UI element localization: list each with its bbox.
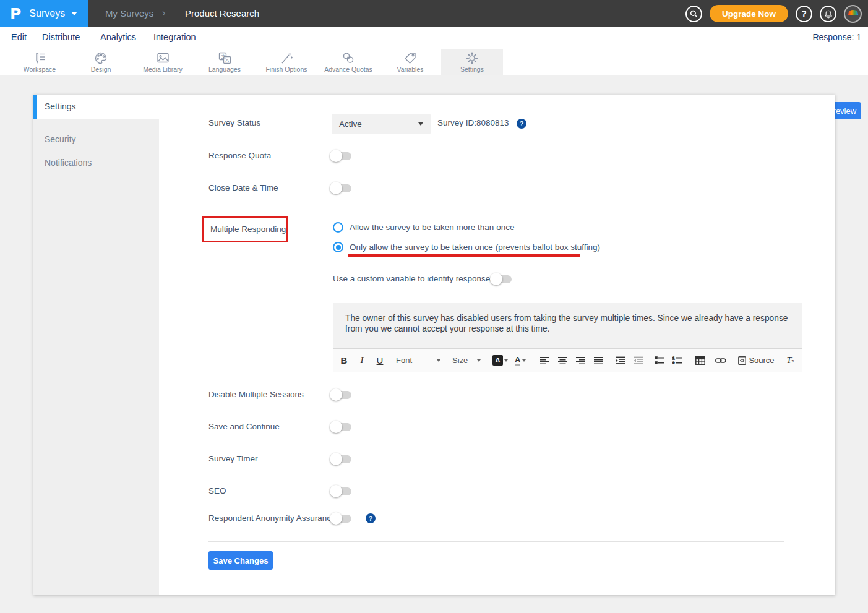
multiple-responding-message[interactable]: The owner of this survey has disabled us… (333, 303, 802, 348)
toolbar-item-advance-quotas[interactable]: Advance Quotas (317, 49, 379, 75)
help-button[interactable]: ? (796, 6, 812, 22)
align-justify-button[interactable] (593, 353, 604, 369)
font-dropdown[interactable]: Font (396, 356, 440, 365)
align-right-icon (576, 356, 585, 364)
seo-label: SEO (208, 486, 226, 495)
sidebar-item-settings[interactable]: Settings (33, 95, 159, 119)
background-color-button[interactable]: A (492, 353, 508, 369)
breadcrumb-separator: › (162, 0, 165, 27)
custom-variable-toggle[interactable] (492, 275, 512, 283)
source-button[interactable]: Source (738, 356, 774, 365)
seo-toggle[interactable] (332, 487, 351, 495)
questionpro-logo-icon: P (10, 5, 21, 23)
survey-id-label: Survey ID: (437, 118, 476, 127)
size-dropdown[interactable]: Size (452, 356, 481, 365)
save-and-continue-label: Save and Continue (208, 422, 280, 431)
tab-analytics[interactable]: Analytics (100, 27, 136, 49)
user-avatar[interactable] (844, 5, 862, 23)
toolbar-item-settings[interactable]: Settings (441, 49, 503, 75)
align-left-button[interactable] (539, 353, 550, 369)
outdent-button[interactable] (632, 353, 643, 369)
upgrade-now-button[interactable]: Upgrade Now (710, 5, 788, 22)
app-logo-menu[interactable]: P Surveys (0, 0, 88, 27)
save-and-continue-toggle[interactable] (332, 423, 351, 431)
respondent-anonymity-help-icon[interactable]: ? (366, 513, 376, 523)
source-file-icon (738, 356, 746, 365)
align-center-button[interactable] (557, 353, 568, 369)
toolbar-item-design[interactable]: Design (70, 49, 132, 75)
save-changes-button[interactable]: Save Changes (208, 551, 273, 570)
settings-sidebar: Security Notifications (33, 119, 159, 595)
bold-button[interactable]: B (338, 353, 350, 369)
disable-multiple-sessions-toggle[interactable] (332, 391, 351, 399)
bulleted-list-icon (655, 356, 664, 364)
underline-button[interactable]: U (374, 353, 385, 369)
toolbar-item-finish-options[interactable]: Finish Options (256, 49, 317, 75)
workspace-icon (32, 51, 47, 65)
languages-icon: 文A (217, 51, 232, 65)
top-bar: P Surveys My Surveys › Product Research … (0, 0, 868, 27)
survey-timer-toggle[interactable] (332, 455, 351, 463)
response-count: Response: 1 (812, 27, 861, 49)
svg-text:2: 2 (672, 361, 675, 364)
sidebar-item-security[interactable]: Security (33, 127, 159, 151)
avatar-logo-icon (848, 10, 858, 15)
numbered-list-icon: 12 (672, 356, 682, 364)
sidebar-item-notifications[interactable]: Notifications (33, 151, 159, 174)
finish-options-wand-icon (279, 51, 294, 65)
section-divider (208, 541, 784, 542)
product-name: Surveys (29, 8, 65, 19)
chevron-down-icon (71, 12, 77, 15)
radio-only-once-label[interactable]: Only allow the survey to be taken once (… (350, 242, 600, 252)
toolbar-item-languages[interactable]: 文A Languages (194, 49, 256, 75)
dropdown-caret-icon (437, 359, 440, 362)
search-button[interactable] (685, 6, 702, 22)
svg-text:1: 1 (672, 356, 675, 360)
survey-timer-label: Survey Timer (208, 454, 258, 463)
search-icon (689, 9, 698, 19)
indent-button[interactable] (614, 353, 625, 369)
respondent-anonymity-label: Respondent Anonymity Assurance (208, 513, 336, 523)
align-left-icon (540, 356, 549, 364)
align-right-button[interactable] (575, 353, 586, 369)
disable-multiple-sessions-label: Disable Multiple Sessions (208, 390, 304, 399)
outdent-icon (634, 356, 643, 364)
indent-icon (616, 356, 625, 364)
toolbar-item-workspace[interactable]: Workspace (9, 49, 71, 75)
multiple-responding-label: Multiple Responding (210, 225, 286, 234)
close-date-toggle[interactable] (332, 184, 351, 192)
respondent-anonymity-toggle[interactable] (332, 515, 351, 523)
media-library-icon (155, 51, 170, 65)
toolbar-item-media-library[interactable]: Media Library (132, 49, 194, 75)
tab-distribute[interactable]: Distribute (42, 27, 80, 49)
survey-status-dropdown[interactable]: Active (332, 114, 431, 134)
breadcrumb-parent[interactable]: My Surveys (105, 0, 153, 27)
breadcrumb-current: Product Research (185, 0, 259, 27)
survey-status-value: Active (339, 114, 362, 134)
tab-edit[interactable]: Edit (11, 27, 27, 49)
svg-text:A: A (226, 58, 230, 63)
radio-only-once[interactable] (333, 242, 343, 252)
topbar-actions: Upgrade Now ? (685, 0, 862, 27)
edit-toolbar: Workspace Design Media Library 文A Langua… (0, 49, 868, 75)
insert-link-button[interactable] (715, 353, 726, 369)
italic-button[interactable]: I (356, 353, 367, 369)
notifications-button[interactable] (820, 6, 836, 22)
only-once-annotation-underline (348, 254, 580, 257)
numbered-list-button[interactable]: 12 (672, 353, 683, 369)
remove-format-button[interactable]: Tx (785, 353, 796, 369)
toolbar-item-variables[interactable]: Variables (379, 49, 441, 75)
radio-allow-multiple-label[interactable]: Allow the survey to be taken more than o… (350, 223, 514, 232)
tab-integration[interactable]: Integration (153, 27, 196, 49)
design-palette-icon (93, 51, 108, 65)
text-color-button[interactable]: A (515, 353, 526, 369)
table-icon (695, 356, 705, 365)
response-quota-toggle[interactable] (332, 152, 351, 160)
bell-icon (824, 9, 833, 19)
insert-table-button[interactable] (695, 353, 706, 369)
custom-variable-label: Use a custom variable to identify respon… (333, 274, 494, 283)
survey-id-value: 8080813 (476, 118, 509, 127)
bulleted-list-button[interactable] (654, 353, 665, 369)
survey-id-help-icon[interactable]: ? (517, 119, 526, 129)
radio-allow-multiple[interactable] (333, 222, 343, 233)
